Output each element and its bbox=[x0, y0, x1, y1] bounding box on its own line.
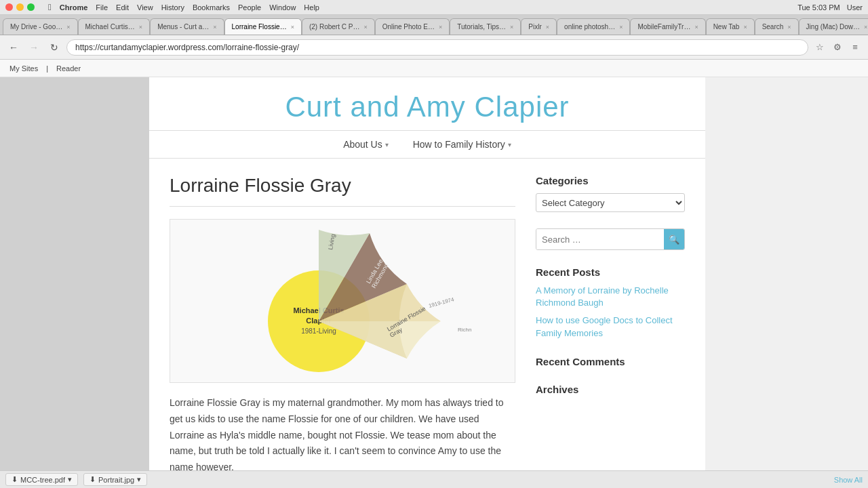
menu-people[interactable]: People bbox=[238, 3, 261, 12]
menu-edit[interactable]: Edit bbox=[116, 3, 129, 12]
tab-lorraine[interactable]: Lorraine Flossie… × bbox=[224, 18, 302, 35]
tab-tutorials[interactable]: Tutorials, Tips… × bbox=[450, 18, 521, 35]
recent-comments-title: Recent Comments bbox=[536, 356, 685, 367]
menu-help[interactable]: Help bbox=[304, 3, 319, 12]
download-mcc-tree[interactable]: ⬇ MCC-tree.pdf ▾ bbox=[5, 473, 78, 486]
bookmark-reader[interactable]: Reader bbox=[52, 63, 85, 74]
maximize-button[interactable] bbox=[27, 3, 35, 11]
tab-close-icon[interactable]: × bbox=[510, 24, 513, 30]
tab-label: MobileFamilyTr… bbox=[637, 23, 690, 30]
extensions-icon[interactable]: ⚙ bbox=[830, 40, 845, 55]
sidebar-archives: Archives bbox=[536, 384, 685, 395]
tab-menus[interactable]: Menus - Curt a… × bbox=[150, 18, 224, 35]
tab-bar: My Drive - Goo… × Michael Curtis… × Menu… bbox=[0, 15, 868, 35]
tab-close-icon[interactable]: × bbox=[291, 24, 294, 30]
os-time: Tue 5:03 PM bbox=[797, 3, 840, 12]
os-menu-left:  Chrome File Edit View History Bookmark… bbox=[5, 2, 319, 12]
tab-photoshop[interactable]: online photosh… × bbox=[557, 18, 630, 35]
tab-mobile[interactable]: MobileFamilyTr… × bbox=[630, 18, 705, 35]
left-panel bbox=[0, 77, 149, 488]
bookmark-my-sites[interactable]: My Sites bbox=[5, 63, 42, 74]
menu-icon[interactable]: ≡ bbox=[848, 40, 863, 55]
site-header: Curt and Amy Clapier bbox=[149, 77, 705, 130]
chevron-down-icon: ▾ bbox=[385, 141, 389, 148]
menu-history[interactable]: History bbox=[161, 3, 184, 12]
minimize-button[interactable] bbox=[16, 3, 24, 11]
search-input[interactable] bbox=[536, 229, 664, 249]
recent-post-1[interactable]: A Memory of Lorraine by Rochelle Richmon… bbox=[536, 285, 685, 309]
tab-new-tab[interactable]: New Tab × bbox=[706, 18, 755, 35]
tab-close-icon[interactable]: × bbox=[546, 24, 549, 30]
tab-robert[interactable]: (2) Robert C P… × bbox=[302, 18, 375, 35]
close-button[interactable] bbox=[5, 3, 13, 11]
url-bar[interactable] bbox=[66, 39, 808, 56]
tab-search[interactable]: Search × bbox=[755, 18, 799, 35]
os-user: User bbox=[847, 3, 863, 12]
sidebar-search: 🔍 bbox=[536, 228, 685, 250]
menu-apple[interactable]:  bbox=[48, 2, 52, 12]
tab-close-icon[interactable]: × bbox=[213, 24, 216, 30]
nav-family-history[interactable]: How to Family History ▾ bbox=[401, 131, 524, 158]
category-select[interactable]: Select Category bbox=[536, 193, 685, 212]
os-bar-right: Tue 5:03 PM User bbox=[797, 3, 863, 12]
tab-label: My Drive - Goo… bbox=[10, 23, 62, 30]
search-button[interactable]: 🔍 bbox=[664, 229, 684, 249]
site-wrapper: Curt and Amy Clapier About Us ▾ How to F… bbox=[149, 77, 705, 488]
tab-label: New Tab bbox=[713, 23, 740, 30]
sidebar-categories: Categories Select Category bbox=[536, 175, 685, 212]
tab-close-icon[interactable]: × bbox=[864, 24, 867, 30]
menu-file[interactable]: File bbox=[96, 3, 108, 12]
recent-post-2[interactable]: How to use Google Docs to Collect Family… bbox=[536, 314, 685, 339]
tab-online-photo[interactable]: Online Photo E… × bbox=[375, 18, 450, 35]
site-nav: About Us ▾ How to Family History ▾ bbox=[149, 130, 705, 159]
download-portrait[interactable]: ⬇ Portrait.jpg ▾ bbox=[83, 473, 147, 486]
page-wrapper: Curt and Amy Clapier About Us ▾ How to F… bbox=[149, 77, 705, 488]
tab-label: Jing (Mac) Dow… bbox=[806, 23, 860, 30]
menu-bookmarks[interactable]: Bookmarks bbox=[193, 3, 230, 12]
tab-close-icon[interactable]: × bbox=[787, 24, 791, 30]
fan-chart-svg: Michael Curtis Clapier 1981-Living bbox=[214, 226, 471, 375]
tab-label: Menus - Curt a… bbox=[157, 23, 209, 30]
tab-close-icon[interactable]: × bbox=[439, 24, 442, 30]
tab-close-icon[interactable]: × bbox=[743, 24, 747, 30]
nav-icons: ☆ ⚙ ≡ bbox=[812, 40, 863, 55]
tab-close-icon[interactable]: × bbox=[363, 24, 367, 30]
download-mcc-arrow[interactable]: ▾ bbox=[68, 475, 72, 484]
sidebar: Categories Select Category 🔍 bbox=[536, 175, 685, 488]
tab-close-icon[interactable]: × bbox=[694, 24, 698, 30]
menu-view[interactable]: View bbox=[137, 3, 153, 12]
tab-my-drive[interactable]: My Drive - Goo… × bbox=[3, 18, 78, 35]
nav-about-us[interactable]: About Us ▾ bbox=[331, 131, 401, 158]
tab-close-icon[interactable]: × bbox=[66, 24, 70, 30]
sidebar-recent-comments: Recent Comments bbox=[536, 356, 685, 367]
tab-label: Search bbox=[762, 23, 784, 30]
chevron-down-icon: ▾ bbox=[508, 141, 511, 148]
article: Lorraine Flossie Gray Michael Curtis Cla… bbox=[170, 175, 515, 488]
menu-chrome[interactable]: Chrome bbox=[60, 3, 88, 12]
tab-close-icon[interactable]: × bbox=[619, 24, 623, 30]
bookmark-icon[interactable]: ☆ bbox=[812, 40, 827, 55]
bookmark-bar: My Sites | Reader bbox=[0, 60, 868, 77]
menu-window[interactable]: Window bbox=[269, 3, 296, 12]
tab-michael-curtis[interactable]: Michael Curtis… × bbox=[78, 18, 151, 35]
refresh-button[interactable]: ↻ bbox=[46, 39, 62, 56]
nav-about-us-label: About Us bbox=[343, 139, 382, 150]
recent-posts-title: Recent Posts bbox=[536, 266, 685, 278]
bottom-bar: ⬇ MCC-tree.pdf ▾ ⬇ Portrait.jpg ▾ Show A… bbox=[0, 470, 868, 488]
fan-chart: Michael Curtis Clapier 1981-Living bbox=[214, 226, 471, 375]
article-title: Lorraine Flossie Gray bbox=[170, 175, 515, 197]
download-portrait-arrow[interactable]: ▾ bbox=[137, 475, 141, 484]
tab-label: online photosh… bbox=[564, 23, 615, 30]
tab-jing[interactable]: Jing (Mac) Dow… × bbox=[799, 18, 868, 35]
outer-label-2: Richmond bbox=[458, 327, 471, 333]
forward-button[interactable]: → bbox=[26, 39, 42, 56]
tab-pixlr[interactable]: Pixlr × bbox=[521, 18, 557, 35]
tab-label: Tutorials, Tips… bbox=[457, 23, 506, 30]
back-button[interactable]: ← bbox=[5, 39, 22, 56]
tab-close-icon[interactable]: × bbox=[139, 24, 142, 30]
archives-title: Archives bbox=[536, 384, 685, 395]
tab-label: (2) Robert C P… bbox=[309, 23, 359, 30]
ancestry-chart-container: Michael Curtis Clapier 1981-Living bbox=[170, 219, 515, 383]
download-portrait-name: Portrait.jpg bbox=[98, 476, 134, 484]
show-all-downloads[interactable]: Show All bbox=[834, 476, 863, 484]
